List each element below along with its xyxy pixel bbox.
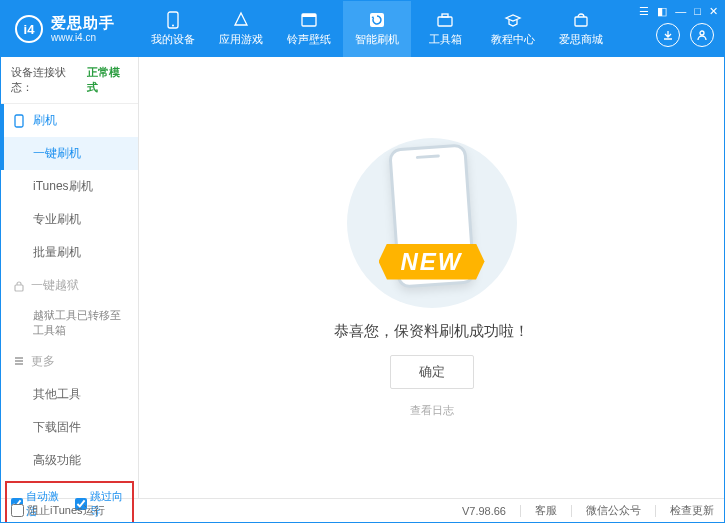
- confirm-button[interactable]: 确定: [390, 355, 474, 389]
- jailbreak-note: 越狱工具已转移至工具箱: [1, 302, 138, 345]
- tab-store[interactable]: 爱思商城: [547, 1, 615, 57]
- success-illustration: NEW: [327, 138, 537, 308]
- new-ribbon: NEW: [379, 244, 485, 280]
- check-update-link[interactable]: 检查更新: [670, 503, 714, 518]
- nav-tabs: 我的设备 应用游戏 铃声壁纸 智能刷机 工具箱 教程中心 爱思商城: [139, 1, 615, 57]
- sidebar-item-other-tools[interactable]: 其他工具: [1, 378, 138, 411]
- toolbox-icon: [436, 11, 454, 29]
- conn-mode: 正常模式: [87, 65, 128, 95]
- tab-label: 爱思商城: [559, 32, 603, 47]
- svg-point-1: [172, 25, 174, 27]
- svg-rect-4: [370, 13, 384, 27]
- more-label: 更多: [31, 353, 55, 370]
- tab-tutorials[interactable]: 教程中心: [479, 1, 547, 57]
- tab-label: 我的设备: [151, 32, 195, 47]
- conn-label: 设备连接状态：: [11, 65, 83, 95]
- tab-my-device[interactable]: 我的设备: [139, 1, 207, 57]
- sidebar-section-jailbreak: 一键越狱: [1, 269, 138, 302]
- graduation-icon: [504, 11, 522, 29]
- brand-name: 爱思助手: [51, 14, 115, 32]
- appstore-icon: [232, 11, 250, 29]
- sidebar-item-batch-flash[interactable]: 批量刷机: [1, 236, 138, 269]
- tab-label: 铃声壁纸: [287, 32, 331, 47]
- connection-status: 设备连接状态： 正常模式: [1, 57, 138, 104]
- minimize-icon[interactable]: —: [675, 5, 686, 18]
- svg-rect-9: [15, 115, 23, 127]
- jailbreak-label: 一键越狱: [31, 277, 79, 294]
- user-button[interactable]: [690, 23, 714, 47]
- logo-icon: i4: [15, 15, 43, 43]
- version-label: V7.98.66: [462, 505, 506, 517]
- brand-area: i4 爱思助手 www.i4.cn: [1, 14, 129, 44]
- tab-label: 应用游戏: [219, 32, 263, 47]
- menu-icon[interactable]: ☰: [639, 5, 649, 18]
- close-icon[interactable]: ✕: [709, 5, 718, 18]
- svg-rect-5: [438, 17, 452, 26]
- tab-flash[interactable]: 智能刷机: [343, 1, 411, 57]
- sidebar-item-advanced[interactable]: 高级功能: [1, 444, 138, 477]
- section-label: 刷机: [33, 112, 57, 129]
- sidebar-section-more[interactable]: 更多: [1, 345, 138, 378]
- svg-point-8: [700, 31, 704, 35]
- sidebar-item-oneclick-flash[interactable]: 一键刷机: [1, 137, 138, 170]
- sidebar: 设备连接状态： 正常模式 刷机 一键刷机 iTunes刷机 专业刷机 批量刷机 …: [1, 57, 139, 498]
- app-header: i4 爱思助手 www.i4.cn 我的设备 应用游戏 铃声壁纸 智能刷机 工具…: [1, 1, 724, 57]
- main-content: NEW 恭喜您，保资料刷机成功啦！ 确定 查看日志: [139, 57, 724, 498]
- sidebar-item-download-firmware[interactable]: 下载固件: [1, 411, 138, 444]
- list-icon: [13, 355, 25, 367]
- svg-rect-10: [15, 285, 23, 291]
- tab-toolbox[interactable]: 工具箱: [411, 1, 479, 57]
- maximize-icon[interactable]: □: [694, 5, 701, 18]
- header-right: [656, 23, 714, 47]
- phone-icon: [164, 11, 182, 29]
- refresh-icon: [368, 11, 386, 29]
- download-button[interactable]: [656, 23, 680, 47]
- success-message: 恭喜您，保资料刷机成功啦！: [334, 322, 529, 341]
- brand-url: www.i4.cn: [51, 32, 115, 44]
- wechat-link[interactable]: 微信公众号: [586, 503, 641, 518]
- window-controls: ☰ ◧ — □ ✕: [639, 5, 718, 18]
- svg-rect-3: [302, 14, 316, 17]
- lock-icon: [13, 280, 25, 292]
- tab-ringtones[interactable]: 铃声壁纸: [275, 1, 343, 57]
- sidebar-item-itunes-flash[interactable]: iTunes刷机: [1, 170, 138, 203]
- tab-apps[interactable]: 应用游戏: [207, 1, 275, 57]
- skin-icon[interactable]: ◧: [657, 5, 667, 18]
- tab-label: 工具箱: [429, 32, 462, 47]
- view-log-link[interactable]: 查看日志: [410, 403, 454, 418]
- phone-icon: [13, 114, 25, 128]
- customer-service-link[interactable]: 客服: [535, 503, 557, 518]
- wallpaper-icon: [300, 11, 318, 29]
- sidebar-section-flash[interactable]: 刷机: [1, 104, 138, 137]
- checkbox-block-itunes[interactable]: 阻止iTunes运行: [11, 503, 105, 518]
- store-icon: [572, 11, 590, 29]
- sidebar-item-pro-flash[interactable]: 专业刷机: [1, 203, 138, 236]
- tab-label: 教程中心: [491, 32, 535, 47]
- svg-rect-7: [575, 17, 587, 26]
- svg-rect-6: [442, 14, 448, 17]
- tab-label: 智能刷机: [355, 32, 399, 47]
